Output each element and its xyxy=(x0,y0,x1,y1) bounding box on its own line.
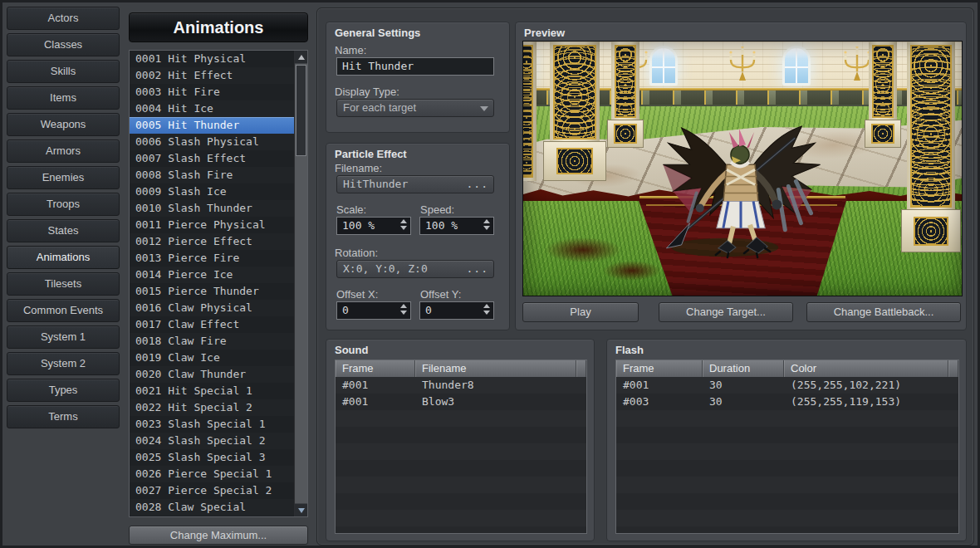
list-item[interactable]: 0019 Claw Ice xyxy=(130,350,295,366)
list-item[interactable]: 0013 Pierce Fire xyxy=(130,250,295,267)
list-item[interactable]: 0003 Hit Fire xyxy=(130,84,295,100)
list-item[interactable]: 0028 Claw Special xyxy=(130,499,295,516)
name-input[interactable]: Hit Thunder xyxy=(336,57,494,76)
sidebar-item-enemies[interactable]: Enemies xyxy=(7,166,120,189)
filename-browse-button[interactable]: HitThunder ... xyxy=(336,175,494,193)
general-settings-panel: General Settings Name: Hit Thunder Displ… xyxy=(326,22,510,133)
animation-list-scrollbar[interactable] xyxy=(294,51,307,516)
sidebar-item-animations[interactable]: Animations xyxy=(7,246,120,269)
list-item[interactable]: 0027 Pierce Special 2 xyxy=(130,482,295,499)
list-item[interactable]: 0006 Slash Physical xyxy=(130,134,295,150)
list-item[interactable]: 0016 Claw Physical xyxy=(130,300,295,316)
panel-title: Preview xyxy=(524,27,565,39)
animation-list-rows: 0001 Hit Physical0002 Hit Effect0003 Hit… xyxy=(130,51,295,516)
list-item[interactable]: 0007 Slash Effect xyxy=(130,150,295,167)
list-item[interactable]: 0018 Claw Fire xyxy=(130,333,295,350)
change-maximum-button[interactable]: Change Maximum... xyxy=(129,526,308,545)
rotation-label: Rotation: xyxy=(335,247,378,259)
list-item[interactable]: 0014 Pierce Ice xyxy=(130,267,295,283)
stepper-arrows-icon[interactable] xyxy=(400,219,407,230)
table-cell: #001 xyxy=(336,377,415,394)
panel-title: Sound xyxy=(335,344,368,356)
flash-table[interactable]: FrameDurationColor#00130(255,255,102,221… xyxy=(615,360,959,534)
offset-y-stepper[interactable]: 0 xyxy=(419,301,494,320)
list-item[interactable]: 0010 Slash Thunder xyxy=(130,200,295,217)
sidebar-item-types[interactable]: Types xyxy=(7,379,120,402)
list-item[interactable]: 0020 Claw Thunder xyxy=(130,366,295,383)
ellipsis-icon: ... xyxy=(467,176,488,193)
column-header-color[interactable]: Color xyxy=(784,360,948,377)
list-item[interactable]: 0005 Hit Thunder xyxy=(130,117,295,134)
sidebar-item-states[interactable]: States xyxy=(7,219,120,242)
list-item[interactable]: 0002 Hit Effect xyxy=(130,67,295,84)
chevron-down-icon xyxy=(480,106,488,111)
preview-panel: Preview xyxy=(515,22,967,330)
sidebar-item-weapons[interactable]: Weapons xyxy=(7,113,120,136)
table-row[interactable]: #00330(255,255,119,153) xyxy=(616,394,958,410)
offset-x-label: Offset X: xyxy=(336,288,378,301)
column-header-filename[interactable]: Filename xyxy=(415,360,576,377)
list-item[interactable]: 0025 Slash Special 3 xyxy=(130,449,295,466)
sidebar-item-classes[interactable]: Classes xyxy=(7,33,120,56)
sound-table[interactable]: FrameFilename#001Thunder8#001Blow3 xyxy=(335,360,587,534)
list-item[interactable]: 0009 Slash Ice xyxy=(130,183,295,200)
battleback-pillar-base xyxy=(865,120,901,148)
speed-stepper[interactable]: 100 % xyxy=(419,217,494,235)
list-item[interactable]: 0004 Hit Ice xyxy=(130,100,295,117)
display-type-select[interactable]: For each target xyxy=(336,99,494,117)
list-item[interactable]: 0024 Slash Special 2 xyxy=(130,433,295,449)
table-header: FrameFilename xyxy=(336,360,586,377)
sidebar-item-common-events[interactable]: Common Events xyxy=(7,299,120,322)
change-battleback-button[interactable]: Change Battleback... xyxy=(806,302,961,322)
stepper-arrows-icon[interactable] xyxy=(483,219,490,230)
list-item[interactable]: 0001 Hit Physical xyxy=(130,51,295,67)
column-header-frame[interactable]: Frame xyxy=(616,360,703,377)
animation-list[interactable]: 0001 Hit Physical0002 Hit Effect0003 Hit… xyxy=(129,50,308,517)
scroll-down-button[interactable] xyxy=(295,503,307,516)
list-item[interactable]: 0023 Slash Special 1 xyxy=(130,416,295,433)
battleback-pillar xyxy=(869,42,897,121)
table-cell: Blow3 xyxy=(415,394,576,410)
table-cell: (255,255,119,153) xyxy=(784,394,948,410)
sidebar-item-system-1[interactable]: System 1 xyxy=(7,325,120,349)
table-row[interactable]: #001Blow3 xyxy=(336,394,586,410)
play-button[interactable]: Play xyxy=(522,302,639,322)
battleback-pillar xyxy=(611,42,639,121)
scale-stepper[interactable]: 100 % xyxy=(336,217,411,235)
sidebar-item-items[interactable]: Items xyxy=(7,86,120,110)
table-row[interactable]: #00130(255,255,102,221) xyxy=(616,377,958,394)
column-header-duration[interactable]: Duration xyxy=(703,360,784,377)
content-frame: General Settings Name: Hit Thunder Displ… xyxy=(316,7,974,546)
column-header-frame[interactable]: Frame xyxy=(336,360,415,377)
sidebar-item-terms[interactable]: Terms xyxy=(7,405,120,428)
list-item[interactable]: 0008 Slash Fire xyxy=(130,167,295,183)
table-header: FrameDurationColor xyxy=(616,360,958,377)
battleback-window xyxy=(782,46,811,86)
change-target-button[interactable]: Change Target... xyxy=(659,302,793,322)
sidebar-item-skills[interactable]: Skills xyxy=(7,60,120,83)
scrollbar-thumb[interactable] xyxy=(296,65,306,156)
sidebar-item-armors[interactable]: Armors xyxy=(7,139,120,163)
database-window: ActorsClassesSkillsItemsWeaponsArmorsEne… xyxy=(0,0,980,548)
rotation-browse-button[interactable]: X:0, Y:0, Z:0 ... xyxy=(336,260,494,278)
offset-x-stepper[interactable]: 0 xyxy=(336,301,411,320)
list-item[interactable]: 0015 Pierce Thunder xyxy=(130,283,295,300)
list-item[interactable]: 0026 Pierce Special 1 xyxy=(130,466,295,482)
filename-label: Filename: xyxy=(335,162,382,174)
sidebar-item-tilesets[interactable]: Tilesets xyxy=(7,272,120,296)
sidebar-item-system-2[interactable]: System 2 xyxy=(7,352,120,375)
column-header-stub xyxy=(948,360,958,377)
sidebar-item-troops[interactable]: Troops xyxy=(7,193,120,216)
sidebar: ActorsClassesSkillsItemsWeaponsArmorsEne… xyxy=(7,7,123,432)
list-item[interactable]: 0011 Pierce Physical xyxy=(130,217,295,233)
stepper-arrows-icon[interactable] xyxy=(400,304,407,315)
table-row[interactable]: #001Thunder8 xyxy=(336,377,586,394)
sidebar-item-actors[interactable]: Actors xyxy=(7,7,120,30)
list-item[interactable]: 0022 Hit Special 2 xyxy=(130,399,295,416)
list-item[interactable]: 0017 Claw Effect xyxy=(130,316,295,333)
list-item[interactable]: 0012 Pierce Effect xyxy=(130,233,295,250)
stepper-arrows-icon[interactable] xyxy=(483,304,490,315)
scroll-up-button[interactable] xyxy=(295,51,307,64)
list-item[interactable]: 0021 Hit Special 1 xyxy=(130,383,295,399)
battleback-preview xyxy=(522,41,963,296)
